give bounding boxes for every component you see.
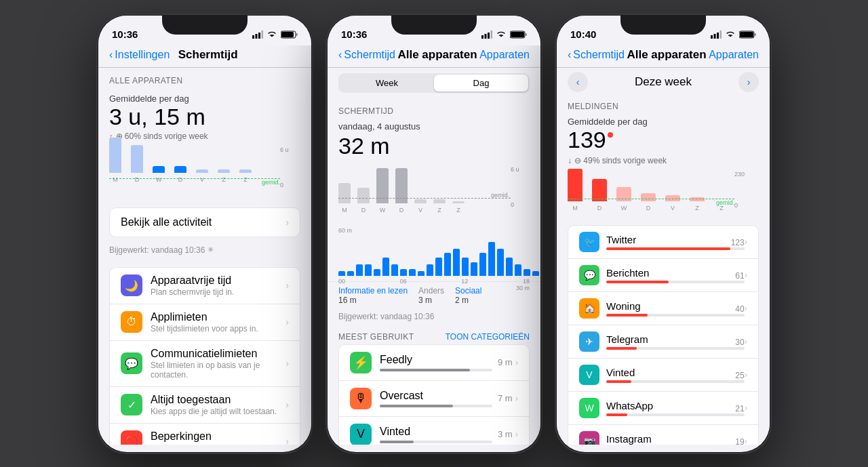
avg-line-label-1: gemid.	[260, 179, 280, 186]
h-bar-16	[479, 253, 486, 275]
notif-app-item-0[interactable]: 🐦 Twitter 123 ›	[568, 226, 758, 259]
menu-item-subtitle-4: Blokkeer ongeschikt materiaal.	[151, 443, 285, 445]
menu-item-4[interactable]: 🚫 Beperkingen Blokkeer ongeschikt materi…	[110, 424, 300, 445]
notif-app-bar-fill-5	[606, 413, 627, 416]
bar-1-3	[174, 166, 186, 172]
h-label-12: 12	[461, 278, 468, 285]
app-item-2-0[interactable]: ⚡ Feedly 9 m ›	[339, 345, 529, 381]
notif-app-item-6[interactable]: 📷 Instagram 19 ›	[568, 425, 758, 445]
menu-item-1[interactable]: ⏱ Applimieten Stel tijdslimieten voor ap…	[110, 304, 300, 341]
h-bar-6	[391, 264, 398, 276]
nav-title-2: Alle apparaten	[397, 48, 477, 62]
y-label-2-top: 6 u	[511, 166, 530, 173]
app-bar-container-2-1	[380, 405, 492, 407]
signal-icon-2	[481, 31, 492, 39]
notif-app-chevron-4: ›	[745, 369, 747, 380]
svg-rect-9	[488, 33, 490, 39]
avg-change-1: ↑ ⊕ 60% sinds vorige week	[109, 131, 300, 141]
back-label-2[interactable]: Schermtijd	[344, 49, 395, 61]
svg-rect-10	[491, 31, 493, 39]
svg-rect-1	[256, 34, 258, 39]
nav-back-2[interactable]: ‹ Schermtijd	[338, 49, 395, 61]
menu-item-0[interactable]: 🌙 Apparaatvrije tijd Plan schermvrije ti…	[110, 268, 300, 304]
nav-right-2[interactable]: Apparaten	[479, 49, 530, 61]
app-item-2-2[interactable]: V Vinted 3 m ›	[339, 417, 529, 445]
notif-app-bar-fill-0	[606, 247, 730, 250]
menu-item-3[interactable]: ✓ Altijd toegestaan Kies apps die je alt…	[110, 387, 300, 424]
show-categories-btn[interactable]: TOON CATEGORIEËN	[446, 332, 530, 342]
phones-container: 10:36 ‹ Instellingen Schermtijd ALLE APP…	[90, 7, 778, 461]
app-chevron-2-2: ›	[515, 429, 518, 439]
segment-week[interactable]: Week	[340, 75, 434, 92]
menu-item-title-2: Communicatielimieten	[151, 348, 285, 360]
y-label-top-1: 6 u	[280, 146, 300, 153]
notif-app-icon-2: 🏠	[579, 298, 599, 319]
menu-icon-emoji-4: 🚫	[125, 435, 138, 445]
back-label-1[interactable]: Instellingen	[115, 49, 170, 61]
notif-app-count-4: 25	[735, 371, 744, 380]
notif-app-bar-container-1: 61	[606, 281, 745, 283]
notif-app-bar-fill-3	[606, 347, 637, 350]
back-label-3[interactable]: Schermtijd	[573, 49, 625, 61]
notif-app-name-6: Instagram	[606, 433, 745, 445]
bar-1-1	[131, 145, 143, 172]
notif-app-chevron-3: ›	[745, 336, 747, 346]
notif-app-name-4: Vinted	[606, 367, 745, 378]
notif-app-name-1: Berichten	[606, 267, 745, 279]
p2-bar-5	[433, 199, 446, 203]
nav-back-1[interactable]: ‹ Instellingen	[109, 49, 170, 61]
p2-bar-label-1: D	[361, 207, 366, 214]
h-bar-22	[532, 271, 539, 276]
back-chevron-1: ‹	[109, 49, 113, 61]
nav-back-3[interactable]: ‹ Schermtijd	[568, 49, 625, 61]
notif-app-chevron-0: ›	[745, 237, 747, 247]
notif-app-item-1[interactable]: 💬 Berichten 61 ›	[568, 259, 758, 292]
svg-rect-3	[262, 31, 264, 39]
menu-chevron-4: ›	[285, 436, 289, 445]
status-time-2: 10:36	[341, 28, 367, 40]
notif-app-item-3[interactable]: ✈ Telegram 30 ›	[568, 325, 758, 359]
p2-bar-0	[338, 183, 351, 203]
segment-day[interactable]: Dag	[434, 75, 528, 92]
notif-app-item-2[interactable]: 🏠 Woning 40 ›	[568, 292, 758, 325]
notif-app-icon-0: 🐦	[579, 232, 599, 252]
time-big-2: 32 m	[328, 133, 540, 163]
bar-1-0	[109, 138, 121, 173]
notif-app-bar-container-2: 40	[606, 314, 745, 317]
notif-app-name-3: Telegram	[606, 333, 745, 345]
h-bar-3	[365, 264, 372, 276]
notif-app-bar-fill-1	[606, 281, 669, 283]
notif-app-item-5[interactable]: W WhatsApp 21 ›	[568, 392, 758, 425]
notif-app-info-5: WhatsApp 21	[606, 400, 745, 416]
most-used-title: MEEST GEBRUIKT	[338, 332, 414, 342]
wifi-icon-2	[496, 31, 507, 39]
p2-bar-group-3: D	[395, 168, 408, 214]
menu-list-1: 🌙 Apparaatvrije tijd Plan schermvrije ti…	[109, 267, 300, 445]
battery-icon-2	[510, 31, 527, 39]
app-bar-container-2-0	[380, 369, 492, 371]
week-prev-btn[interactable]: ‹	[568, 72, 588, 92]
menu-item-2[interactable]: 💬 Communicatielimieten Stel limieten in …	[110, 341, 300, 387]
notif-change: ↓ ⊖ 49% sinds vorige week	[557, 156, 770, 165]
nav-bar-3: ‹ Schermtijd Alle apparaten Apparaten	[557, 45, 770, 68]
notif-app-bar-fill-4	[606, 380, 631, 383]
app-chevron-2-1: ›	[515, 393, 518, 403]
notif-app-item-4[interactable]: V Vinted 25 ›	[568, 359, 758, 392]
signal-icon-3	[711, 31, 722, 39]
p2-avg-line: gemid.	[338, 198, 511, 199]
menu-icon-4: 🚫	[121, 430, 142, 445]
menu-item-text-4: Beperkingen Blokkeer ongeschikt materiaa…	[151, 430, 285, 445]
p2-bar-group-1: D	[357, 188, 370, 213]
notch-3	[620, 16, 706, 35]
notif-apps-group: 🐦 Twitter 123 › 💬 Berichten 61	[568, 225, 759, 445]
y-label-2-bottom: 0	[511, 201, 530, 208]
nav-right-3[interactable]: Apparaten	[709, 49, 759, 61]
view-all-button[interactable]: Bekijk alle activiteit ›	[109, 207, 300, 237]
notif-app-count-3: 30	[735, 338, 744, 347]
app-item-2-1[interactable]: 🎙 Overcast 7 m ›	[339, 381, 529, 417]
menu-item-subtitle-1: Stel tijdslimieten voor apps in.	[151, 324, 285, 333]
back-chevron-3: ‹	[568, 49, 571, 61]
week-next-btn[interactable]: ›	[738, 72, 759, 92]
menu-icon-emoji-2: 💬	[125, 357, 138, 370]
view-all-chevron: ›	[285, 217, 289, 228]
